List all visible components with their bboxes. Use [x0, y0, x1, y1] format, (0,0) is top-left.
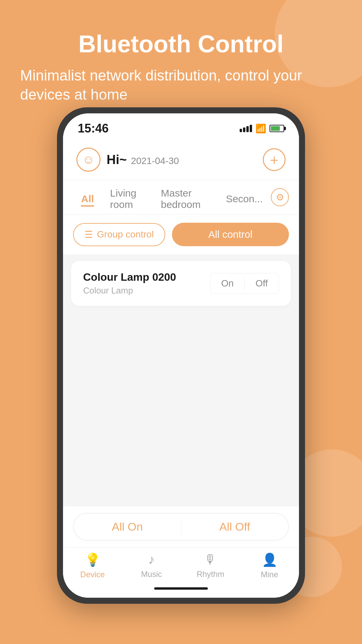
phone-frame: 15:46 📶 [57, 107, 305, 604]
bottom-all-container: All On All Off [73, 513, 289, 541]
status-bar: 15:46 📶 [63, 113, 299, 140]
group-control-label: Group control [97, 229, 154, 240]
device-card: Colour Lamp 0200 Colour Lamp On Off [71, 261, 291, 306]
settings-icon[interactable]: ⚙ [271, 188, 289, 206]
device-off-button[interactable]: Off [245, 273, 279, 293]
status-time: 15:46 [78, 121, 109, 136]
page-subtitle: Minimalist network distribution, control… [20, 66, 342, 104]
add-device-button[interactable]: ＋ [263, 148, 286, 171]
home-bar [154, 587, 208, 590]
all-on-label: All On [112, 520, 143, 533]
device-list: Colour Lamp 0200 Colour Lamp On Off [63, 254, 299, 506]
nav-item-music[interactable]: ♪ Music [122, 552, 181, 579]
nav-item-rhythm[interactable]: 🎙 Rhythm [181, 552, 240, 579]
all-off-button[interactable]: All Off [181, 514, 289, 540]
wifi-icon: 📶 [255, 123, 266, 134]
header-section: Bluetooth Control Minimalist network dis… [20, 30, 342, 104]
device-type: Colour Lamp [83, 285, 176, 296]
status-icons: 📶 [240, 123, 284, 134]
settings-tab[interactable]: ⚙ [271, 188, 289, 206]
greeting-left: ☺ Hi~ 2021-04-30 [76, 148, 179, 172]
nav-item-device[interactable]: 💡 Device [63, 552, 122, 579]
page-title: Bluetooth Control [20, 30, 342, 58]
signal-icon [240, 125, 252, 132]
music-nav-icon: ♪ [148, 552, 155, 567]
tab-master-bedroom[interactable]: Master bedroom [153, 180, 218, 214]
avatar[interactable]: ☺ [76, 148, 101, 172]
greeting-bar: ☺ Hi~ 2021-04-30 ＋ [63, 140, 299, 180]
phone-mockup: 15:46 📶 [57, 107, 305, 604]
phone-screen: 15:46 📶 [63, 113, 299, 598]
rhythm-nav-label: Rhythm [197, 570, 225, 579]
device-name: Colour Lamp 0200 [83, 271, 176, 283]
rhythm-nav-icon: 🎙 [204, 552, 217, 567]
home-indicator [63, 583, 299, 598]
music-nav-label: Music [141, 570, 162, 579]
tab-all[interactable]: All [73, 186, 102, 209]
tab-living-room[interactable]: Living room [102, 180, 153, 214]
nav-item-mine[interactable]: 👤 Mine [240, 552, 299, 579]
control-row: ☰ Group control All control [63, 215, 299, 254]
battery-icon [269, 125, 284, 132]
device-on-button[interactable]: On [210, 273, 244, 293]
all-control-button[interactable]: All control [172, 223, 289, 246]
greeting-section: ☺ Hi~ 2021-04-30 ＋ All Living room Maste… [63, 140, 299, 254]
all-on-button[interactable]: All On [74, 514, 181, 540]
bottom-nav: 💡 Device ♪ Music 🎙 Rhythm 👤 Mine [63, 547, 299, 583]
tab-second[interactable]: Secon... [218, 186, 271, 209]
greeting-hi: Hi~ [107, 153, 127, 167]
mine-nav-icon: 👤 [262, 552, 278, 567]
mine-nav-label: Mine [261, 570, 278, 579]
group-control-icon: ☰ [84, 229, 93, 240]
bottom-control: All On All Off [63, 506, 299, 547]
device-nav-label: Device [80, 570, 105, 579]
device-nav-icon: 💡 [85, 552, 101, 567]
device-controls: On Off [210, 273, 279, 294]
group-control-button[interactable]: ☰ Group control [73, 223, 165, 246]
all-control-label: All control [208, 229, 252, 240]
device-info: Colour Lamp 0200 Colour Lamp [83, 271, 176, 296]
all-off-label: All Off [219, 520, 250, 533]
device-on-label: On [221, 278, 234, 288]
device-off-label: Off [255, 278, 268, 288]
tab-bar: All Living room Master bedroom Secon... … [63, 180, 299, 214]
greeting-date: 2021-04-30 [131, 156, 179, 166]
